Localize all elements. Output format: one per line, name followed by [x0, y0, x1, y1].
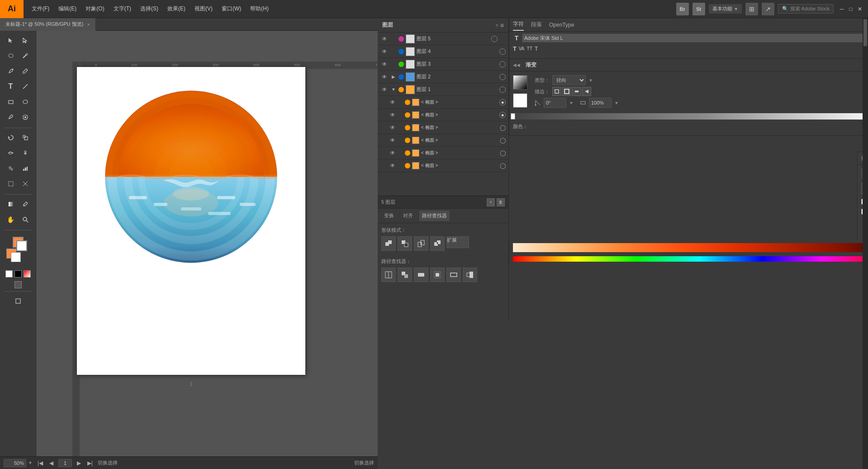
direct-selection-tool[interactable] [19, 34, 32, 47]
expand-btn[interactable]: 扩展 [446, 236, 469, 248]
lasso-tool[interactable] [4, 49, 18, 62]
symbol-tool[interactable] [4, 162, 18, 175]
layers-menu-btn[interactable]: ≡ [500, 22, 504, 29]
minus-back-btn[interactable] [463, 268, 477, 282]
sublayer-5[interactable]: 👁 < 椭圆 > ◯ [378, 147, 508, 159]
layer-4-target[interactable] [499, 48, 506, 55]
layer-2-expand[interactable]: ▶ [390, 74, 397, 80]
gradient-aspect-expand[interactable]: ▼ [614, 100, 619, 105]
outline-btn[interactable] [446, 268, 461, 282]
stock-btn[interactable]: St [693, 3, 705, 15]
layer-1-expand[interactable]: ▼ [390, 86, 397, 93]
layer-1-visibility[interactable]: 👁 [380, 86, 389, 94]
nav-next[interactable]: ▶ [76, 460, 82, 466]
sublayer-4[interactable]: 👁 < 椭圆 > ◯ [378, 134, 508, 147]
menu-file[interactable]: 文件(F) [27, 3, 54, 14]
layer-5-expand[interactable] [390, 36, 397, 42]
arrange-btn[interactable]: ⊞ [745, 3, 758, 15]
restore-btn[interactable]: □ [846, 5, 855, 14]
merge-btn[interactable] [414, 268, 428, 282]
delete-layer-btn[interactable]: 🗑 [497, 198, 505, 206]
menu-effect[interactable]: 效果(E) [163, 3, 190, 14]
magic-wand-tool[interactable] [19, 49, 32, 62]
page-input[interactable] [58, 459, 72, 467]
type-tool[interactable]: T [4, 80, 18, 93]
gradient-preview-1[interactable] [513, 75, 527, 90]
layer-3-expand[interactable] [390, 61, 397, 67]
layer-1-target[interactable] [499, 86, 506, 93]
gradient-tool[interactable] [4, 197, 18, 211]
stroke-btn-3[interactable] [572, 87, 581, 96]
stroke-btn-1[interactable] [552, 87, 561, 96]
menu-help[interactable]: 帮助(H) [246, 3, 273, 14]
stroke-swatch[interactable] [11, 252, 21, 262]
sublayer-2[interactable]: 👁 < 椭圆 > ● [378, 109, 508, 121]
layer-row-3[interactable]: 👁 图层 3 [378, 58, 508, 71]
tab-document[interactable]: 未标题-1* @ 50% (RGB/GPU 预览) × [0, 18, 96, 31]
black-mode-swatch[interactable] [14, 270, 22, 278]
tab-close-btn[interactable]: × [87, 22, 90, 27]
blob-brush-tool[interactable] [19, 110, 32, 124]
layer-4-expand[interactable] [390, 48, 397, 55]
pen-tool[interactable] [4, 64, 18, 78]
change-screen-mode[interactable] [11, 294, 25, 308]
layer-4-visibility[interactable]: 👁 [380, 48, 389, 56]
menu-window[interactable]: 窗口(W) [217, 3, 246, 14]
stroke-btn-2[interactable] [562, 87, 571, 96]
gradient-aspect-input[interactable] [589, 98, 612, 108]
gradient-type-expand[interactable]: ▼ [588, 78, 593, 83]
minimize-btn[interactable]: ─ [837, 5, 846, 14]
tab-pathfinder[interactable]: 路径查找器 [419, 211, 450, 221]
workspace-select[interactable]: 基本功能 ▼ [709, 4, 742, 14]
scale-tool[interactable] [19, 131, 32, 144]
sublayer-6[interactable]: 👁 < 椭圆 > ◯ [378, 159, 508, 172]
menu-object[interactable]: 对象(O) [81, 3, 109, 14]
layer-3-target[interactable] [499, 61, 506, 67]
layer-5-visibility[interactable]: 👁 [380, 35, 389, 43]
tab-paragraph[interactable]: 段落 [531, 19, 542, 30]
tab-align[interactable]: 对齐 [400, 211, 416, 221]
layer-row-1[interactable]: 👁 ▼ 图层 1 [378, 83, 508, 96]
sublayer-4-visibility[interactable]: 👁 [389, 136, 397, 144]
white-mode-swatch[interactable] [5, 270, 13, 278]
search-stock[interactable]: 🔍 搜索 Adobe Stock [778, 4, 834, 14]
artboard-tool[interactable] [4, 177, 18, 191]
layer-2-visibility[interactable]: 👁 [380, 73, 389, 81]
zoom-input[interactable]: 50% [4, 459, 26, 467]
gray-swatch[interactable] [14, 281, 22, 288]
zoom-dropdown[interactable]: ▼ [28, 460, 33, 465]
gradient-stop-left[interactable] [511, 113, 515, 120]
artwork-container[interactable] [104, 90, 278, 264]
warp-tool[interactable] [4, 146, 18, 160]
hand-tool[interactable]: ✋ [4, 213, 18, 226]
close-btn[interactable]: ✕ [855, 5, 864, 14]
slice-tool[interactable] [19, 177, 32, 191]
sublayer-1-target[interactable]: ● [499, 99, 506, 105]
trim-btn[interactable] [398, 268, 412, 282]
layer-2-target[interactable] [499, 74, 506, 80]
right-scrollbar-thumb[interactable] [863, 19, 867, 46]
sublayer-1-visibility[interactable]: 👁 [389, 98, 397, 106]
gradient-display-bar[interactable] [513, 243, 868, 252]
sublayer-3[interactable]: 👁 < 椭圆 > ◯ [378, 121, 508, 134]
layer-row-4[interactable]: 👁 图层 4 [378, 45, 508, 58]
menu-text[interactable]: 文字(T) [109, 3, 136, 14]
crop-btn[interactable] [430, 268, 445, 282]
sublayer-2-target[interactable]: ● [499, 112, 506, 118]
column-graph-tool[interactable] [19, 162, 32, 175]
gradient-collapse-left[interactable]: ◀◀ [513, 62, 520, 67]
tab-character[interactable]: 字符 [513, 19, 524, 31]
unite-btn[interactable] [381, 236, 396, 251]
ellipse-tool[interactable] [19, 95, 32, 109]
rotate-tool[interactable] [4, 131, 18, 144]
menu-view[interactable]: 视图(V) [190, 3, 217, 14]
selection-tool[interactable] [4, 34, 18, 47]
stroke-btn-4[interactable] [582, 87, 591, 96]
gradient-angle-input[interactable] [544, 98, 566, 108]
layer-5-lock[interactable] [499, 36, 506, 42]
minus-front-btn[interactable] [398, 236, 412, 251]
eyedropper-tool[interactable] [19, 197, 32, 211]
puppet-warp-tool[interactable] [19, 146, 32, 160]
none-mode-swatch[interactable] [24, 270, 31, 278]
tab-transform[interactable]: 变换 [381, 211, 397, 221]
